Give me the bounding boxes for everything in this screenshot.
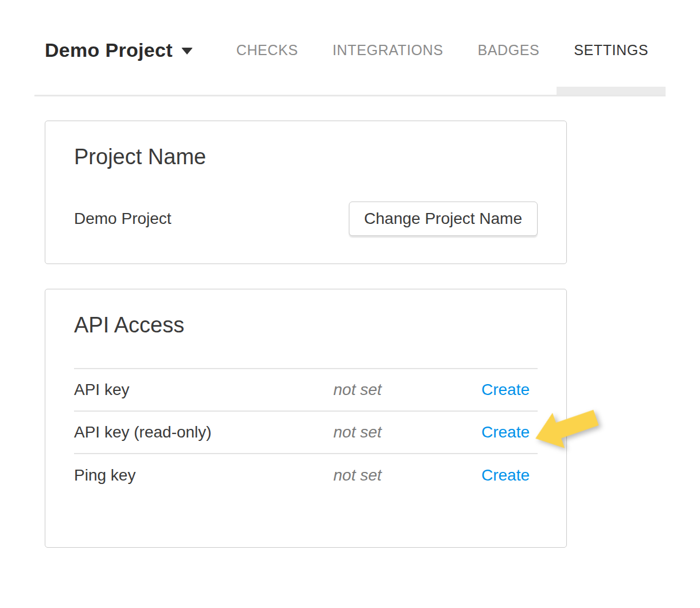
project-switcher[interactable]: Demo Project xyxy=(45,0,193,95)
api-access-card: API Access API key not set Create API ke… xyxy=(45,289,567,548)
row-action: Create xyxy=(481,423,538,442)
table-row-api-key-read-only: API key (read-only) not set Create xyxy=(74,412,538,454)
create-ping-key-link[interactable]: Create xyxy=(481,466,530,484)
project-name-value: Demo Project xyxy=(74,210,172,228)
table-row-api-key: API key not set Create xyxy=(74,369,538,412)
row-value: not set xyxy=(333,466,481,485)
api-access-card-title: API Access xyxy=(74,312,538,339)
row-value: not set xyxy=(333,381,481,399)
tab-integrations[interactable]: INTEGRATIONS xyxy=(316,0,461,95)
tab-checks[interactable]: CHECKS xyxy=(219,0,316,95)
tab-badges[interactable]: BADGES xyxy=(460,0,557,95)
project-name-card: Project Name Demo Project Change Project… xyxy=(45,121,567,264)
project-name-row: Demo Project Change Project Name xyxy=(74,202,538,236)
page-container: Demo Project CHECKS INTEGRATIONS BADGES … xyxy=(34,0,666,548)
create-api-key-link[interactable]: Create xyxy=(481,381,530,398)
change-project-name-button[interactable]: Change Project Name xyxy=(349,202,538,236)
nav-tabs: CHECKS INTEGRATIONS BADGES SETTINGS xyxy=(219,0,666,95)
row-label: API key (read-only) xyxy=(74,423,333,442)
table-row-ping-key: Ping key not set Create xyxy=(74,454,538,497)
api-access-table: API key not set Create API key (read-onl… xyxy=(74,368,538,497)
row-action: Create xyxy=(481,466,538,485)
tab-settings[interactable]: SETTINGS xyxy=(557,0,666,95)
header: Demo Project CHECKS INTEGRATIONS BADGES … xyxy=(34,0,666,96)
row-action: Create xyxy=(481,381,538,399)
row-label: Ping key xyxy=(74,466,333,485)
project-name-card-title: Project Name xyxy=(74,144,538,171)
create-api-key-read-only-link[interactable]: Create xyxy=(481,423,530,441)
project-switcher-label: Demo Project xyxy=(45,39,173,61)
row-value: not set xyxy=(333,423,481,442)
caret-down-icon xyxy=(181,48,193,55)
row-label: API key xyxy=(74,381,333,399)
